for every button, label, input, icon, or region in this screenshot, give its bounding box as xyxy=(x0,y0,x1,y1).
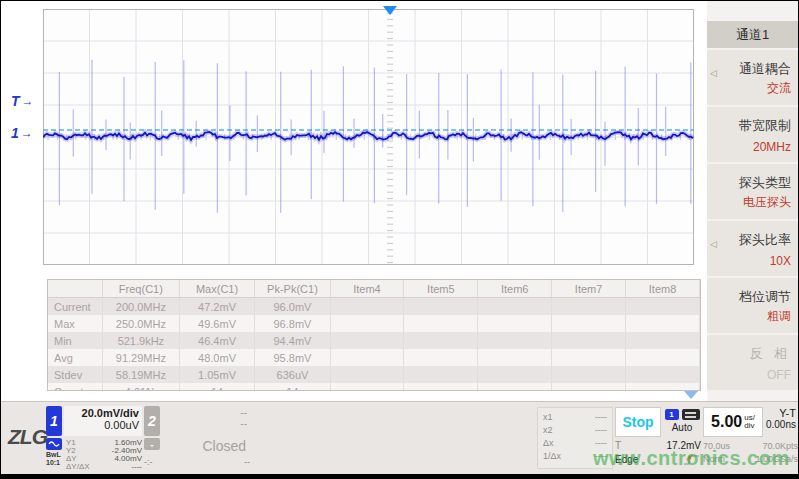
meas-cell xyxy=(404,315,478,332)
meas-cell xyxy=(404,298,478,316)
meas-cell: 250.0MHz xyxy=(103,315,180,332)
meas-column-header: Item5 xyxy=(404,280,478,298)
meas-row-label: Avg xyxy=(48,349,103,366)
channel1-status-block[interactable]: 1 20.0mV/div 0.00uV BwL 10:1 Y11.60mVY2-… xyxy=(46,406,142,471)
meas-cell xyxy=(552,298,626,316)
meas-column-header: Item6 xyxy=(478,280,552,298)
table-scroll-down-icon[interactable] xyxy=(684,391,698,399)
trigger-position-marker-icon[interactable] xyxy=(383,6,397,15)
channel2-scale: -- xyxy=(162,407,247,418)
channel2-status: Closed xyxy=(160,438,250,454)
meas-cell: 47.2mV xyxy=(179,298,255,316)
meas-row-min: Min521.9kHz46.4mV94.4mV xyxy=(48,332,700,349)
measurement-table: Freq(C1)Max(C1)Pk-Pk(C1)Item4Item5Item6I… xyxy=(47,279,701,391)
menu-item-3[interactable]: 探头类型电压探头 xyxy=(707,164,798,219)
menu-item-1[interactable]: ◁通道耦合交流 xyxy=(707,50,798,105)
meas-cell xyxy=(478,383,552,391)
meas-cell xyxy=(330,366,404,383)
meas-cell xyxy=(404,332,478,349)
menu-item-6[interactable]: 反 相OFF xyxy=(707,335,798,390)
meas-cell xyxy=(626,315,700,332)
right-arrow-icon: → xyxy=(22,94,34,108)
y-cursor-row: ΔY/ΔX---- xyxy=(66,463,142,471)
meas-cell: 49.6mV xyxy=(179,315,255,332)
meas-cell: 14 xyxy=(179,383,255,391)
expand-left-icon: ◁ xyxy=(710,239,717,249)
channel2-offset: -- xyxy=(162,418,247,429)
channel2-badge[interactable]: 2 xyxy=(144,406,160,436)
menu-item-label: 反 相 xyxy=(749,345,791,363)
x-cursor-row: x2---- xyxy=(543,424,607,437)
menu-item-5[interactable]: 档位调节粗调 xyxy=(707,278,798,333)
meas-cell: 96.8mV xyxy=(255,315,330,332)
meas-cell xyxy=(404,366,478,383)
menu-item-value: 粗调 xyxy=(767,308,791,325)
bottom-edge xyxy=(1,474,799,479)
menu-title: 通道1 xyxy=(707,21,798,48)
meas-cell: 4.011k xyxy=(103,383,180,391)
meas-column-header: Max(C1) xyxy=(179,280,255,298)
meas-cell xyxy=(626,349,700,366)
meas-row-avg: Avg91.29MHz48.0mV95.8mV xyxy=(48,349,700,366)
trigger-sweep-mode[interactable]: Auto xyxy=(672,422,693,433)
menu-item-2[interactable]: 带宽限制20MHz xyxy=(707,107,798,162)
meas-cell: 58.19MHz xyxy=(103,366,180,383)
channel1-scale: 20.0mV/div xyxy=(64,407,139,419)
meas-cell: 636uV xyxy=(255,366,330,383)
right-arrow-icon: → xyxy=(21,126,33,140)
ac-coupling-icon xyxy=(46,438,62,450)
trigger-level-marker[interactable]: T→ xyxy=(11,93,34,109)
menu-item-4[interactable]: ◁探头比率10X xyxy=(707,221,798,276)
expand-left-icon: ◁ xyxy=(710,68,717,78)
timebase-scale-box[interactable]: 5.00 us/div xyxy=(703,407,763,437)
meas-cell xyxy=(404,383,478,391)
timebase-scale: 5.00 xyxy=(711,413,742,431)
trigger-level-label: T xyxy=(11,93,20,109)
meas-cell xyxy=(552,383,626,391)
meas-cell xyxy=(478,332,552,349)
meas-cell: 96.0mV xyxy=(255,298,330,316)
meas-row-label: Max xyxy=(48,315,103,332)
display-mode: Y-T xyxy=(765,407,796,419)
meas-cell xyxy=(626,298,700,316)
meas-cell: 94.4mV xyxy=(255,332,330,349)
meas-cell xyxy=(626,383,700,391)
meas-row-label: Current xyxy=(48,298,103,316)
menu-item-value: 10X xyxy=(770,254,791,268)
channel1-position-marker[interactable]: 1→ xyxy=(11,125,33,141)
probe-ratio-indicator: 10:1 xyxy=(46,459,60,466)
meas-cell xyxy=(626,332,700,349)
run-stop-indicator[interactable]: Stop xyxy=(615,407,661,437)
meas-cell xyxy=(330,332,404,349)
meas-row-stdev: Stdev58.19MHz1.05mV636uV xyxy=(48,366,700,383)
channel-menu-panel: 通道1 ◁通道耦合交流带宽限制20MHz探头类型电压探头◁探头比率10X档位调节… xyxy=(707,1,798,401)
trigger-source-badge: 1 xyxy=(665,409,679,420)
meas-cell: 14 xyxy=(255,383,330,391)
meas-row-max: Max250.0MHz49.6mV96.8mV xyxy=(48,315,700,332)
meas-cell xyxy=(404,349,478,366)
menu-item-label: 探头比率 xyxy=(739,231,791,249)
meas-column-header xyxy=(48,280,103,298)
watermark: www.cntronics.com xyxy=(593,447,790,470)
meas-cell xyxy=(478,349,552,366)
meas-cell xyxy=(626,366,700,383)
menu-item-label: 通道耦合 xyxy=(739,60,791,78)
channel1-marker-label: 1 xyxy=(11,125,19,141)
waveform-svg xyxy=(43,9,694,265)
meas-cell xyxy=(478,298,552,316)
y-cursor-readouts: Y11.60mVY2-2.40mVΔY4.00mVΔY/ΔX---- xyxy=(66,438,142,471)
meas-cell xyxy=(552,315,626,332)
menu-item-value: 交流 xyxy=(767,80,791,97)
trigger-delay: 0.00ns xyxy=(765,419,796,430)
trigger-pattern-icon xyxy=(682,409,700,420)
channel2-status-block[interactable]: 2 -- -- - Closed -:- -- xyxy=(144,406,250,466)
menu-item-label: 档位调节 xyxy=(739,288,791,306)
channel2-bottom-left: -:- xyxy=(144,458,153,466)
channel1-badge[interactable]: 1 xyxy=(46,406,62,436)
meas-cell: 46.4mV xyxy=(179,332,255,349)
meas-column-header: Item8 xyxy=(626,280,700,298)
meas-cell: 48.0mV xyxy=(179,349,255,366)
menu-item-value: 20MHz xyxy=(753,140,791,154)
meas-row-current: Current200.0MHz47.2mV96.0mV xyxy=(48,298,700,316)
menu-item-label: 探头类型 xyxy=(739,174,791,192)
